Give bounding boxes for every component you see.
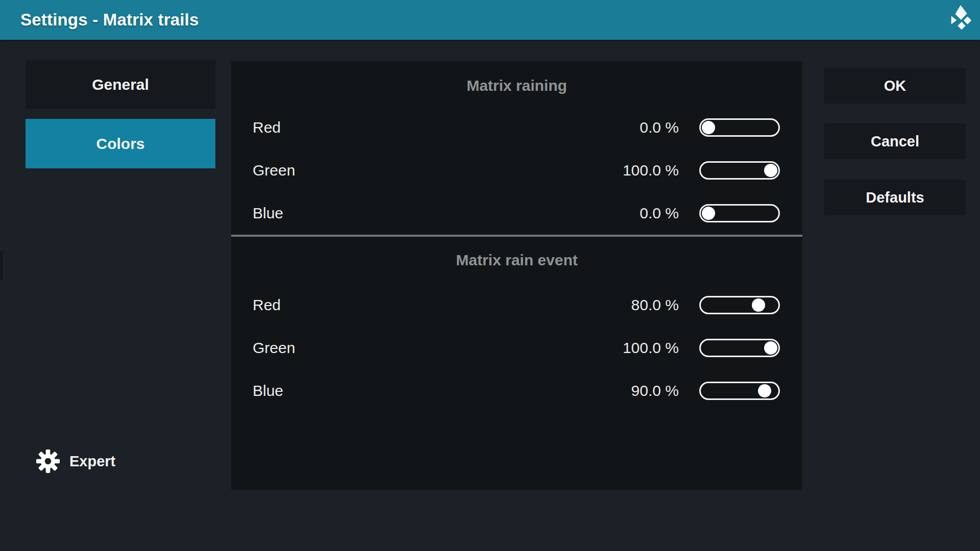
settings-level-button[interactable]: Expert bbox=[36, 447, 115, 475]
setting-row-event-red[interactable]: Red 80.0 % bbox=[231, 284, 802, 327]
defaults-button[interactable]: Defaults bbox=[824, 180, 966, 215]
setting-value: 90.0 % bbox=[631, 382, 679, 399]
setting-label: Red bbox=[253, 119, 281, 136]
slider-knob[interactable] bbox=[758, 384, 771, 397]
slider-knob[interactable] bbox=[702, 207, 715, 220]
setting-row-raining-green[interactable]: Green 100.0 % bbox=[231, 149, 802, 192]
setting-value: 80.0 % bbox=[631, 296, 679, 314]
raining-green-slider[interactable] bbox=[699, 161, 780, 180]
setting-row-raining-red[interactable]: Red 0.0 % bbox=[231, 106, 802, 149]
gear-icon bbox=[36, 449, 60, 473]
event-blue-slider[interactable] bbox=[699, 382, 780, 400]
setting-value: 100.0 % bbox=[623, 339, 679, 357]
setting-value: 0.0 % bbox=[640, 119, 679, 136]
event-green-slider[interactable] bbox=[699, 339, 780, 357]
event-red-slider[interactable] bbox=[699, 296, 780, 314]
setting-label: Green bbox=[253, 339, 295, 357]
slider-knob[interactable] bbox=[764, 341, 777, 355]
setting-label: Green bbox=[253, 162, 295, 179]
setting-row-event-green[interactable]: Green 100.0 % bbox=[231, 327, 802, 369]
ok-button[interactable]: OK bbox=[824, 68, 966, 104]
settings-panel: Matrix raining Red 0.0 % Green 100.0 % B… bbox=[231, 61, 802, 490]
defaults-button-label: Defaults bbox=[866, 189, 924, 206]
raining-red-slider[interactable] bbox=[699, 118, 780, 137]
category-colors-selected[interactable]: Colors bbox=[26, 119, 215, 168]
setting-value: 0.0 % bbox=[640, 205, 679, 222]
setting-label: Blue bbox=[253, 205, 283, 222]
kodi-logo-icon bbox=[946, 5, 976, 35]
raining-blue-slider[interactable] bbox=[699, 204, 780, 222]
category-general-label: General bbox=[92, 76, 149, 93]
cancel-button[interactable]: Cancel bbox=[824, 123, 966, 159]
setting-row-event-blue[interactable]: Blue 90.0 % bbox=[231, 369, 802, 412]
category-general[interactable]: General bbox=[26, 60, 215, 109]
slider-knob[interactable] bbox=[752, 298, 765, 312]
slider-knob[interactable] bbox=[702, 121, 715, 134]
category-colors-label: Colors bbox=[96, 135, 144, 153]
group-title-matrix-raining: Matrix raining bbox=[231, 74, 802, 97]
setting-label: Blue bbox=[253, 382, 283, 399]
dialog-title: Settings - Matrix trails bbox=[20, 10, 199, 30]
edge-notch bbox=[0, 251, 3, 280]
ok-button-label: OK bbox=[884, 78, 906, 94]
setting-value: 100.0 % bbox=[623, 162, 679, 179]
group-divider bbox=[231, 235, 802, 237]
cancel-button-label: Cancel bbox=[871, 133, 919, 150]
setting-row-raining-blue[interactable]: Blue 0.0 % bbox=[231, 192, 802, 235]
group-title-matrix-rain-event: Matrix rain event bbox=[231, 249, 802, 271]
dialog-header: Settings - Matrix trails bbox=[0, 0, 980, 40]
setting-label: Red bbox=[253, 296, 281, 314]
settings-level-label: Expert bbox=[69, 453, 115, 470]
slider-knob[interactable] bbox=[764, 164, 777, 177]
